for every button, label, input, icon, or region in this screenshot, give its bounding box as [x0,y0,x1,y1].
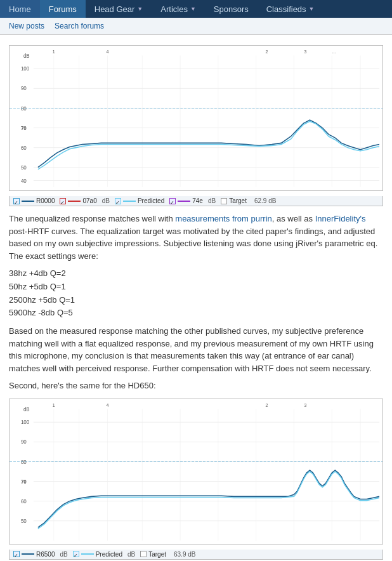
svg-text:3: 3 [304,50,306,55]
legend-check-74e[interactable] [169,198,176,204]
legend2-check-r6500[interactable] [13,551,20,557]
chart-1-legend: R0000 07a0 dB Predicted 74e dB Target 62… [9,196,383,206]
legend2-check-predicted[interactable] [73,551,79,557]
svg-text:4: 4 [106,50,108,55]
legend-label-r0000: R0000 [36,197,55,204]
legend2-db-1: dB [60,551,67,558]
svg-text:dB: dB [23,406,30,412]
svg-text:90: 90 [21,439,27,445]
legend-item-07a0[interactable]: 07a0 [60,197,96,204]
eq-setting-2: 50hz +5db Q=1 [9,280,383,294]
sub-navigation: New posts Search forums [0,18,392,35]
innerfidelity-link[interactable]: InnerFidelity's [315,214,366,223]
legend-db-value-1: 62.9 dB [254,197,276,204]
articles-caret-icon: ▼ [190,6,196,12]
legend2-check-target[interactable] [140,551,147,557]
svg-text:1: 1 [53,403,55,408]
nav-sponsors[interactable]: Sponsors [205,0,258,18]
legend2-item-target[interactable]: Target [140,551,166,558]
nav-classifieds[interactable]: Classifieds ▼ [258,0,323,18]
svg-text:70: 70 [21,478,27,484]
legend2-label-r6500: R6500 [36,551,55,558]
main-content: dB 100 90 80 70 60 50 40 [0,35,392,561]
legend-line-74e [178,201,190,202]
chart-1: dB 100 90 80 70 60 50 40 [9,45,383,191]
classifieds-caret-icon: ▼ [309,6,315,12]
nav-headgear[interactable]: Head Gear ▼ [86,0,152,18]
chart-2: dB 100 90 80 70 60 50 [9,399,383,544]
legend2-db-value: 63.9 dB [174,551,195,558]
legend2-item-predicted[interactable]: Predicted [73,551,122,558]
legend-label-predicted: Predicted [138,197,164,204]
legend-label-target: Target [229,197,247,204]
legend2-label-predicted: Predicted [96,551,122,558]
svg-text:100: 100 [21,419,30,425]
svg-text:100: 100 [21,66,30,72]
legend-item-74e[interactable]: 74e [169,197,203,204]
legend2-line-r6500 [22,553,34,555]
svg-text:4: 4 [106,403,108,408]
svg-text:dB: dB [23,53,30,59]
legend-db-2: dB [208,197,216,204]
chart-2-legend: R6500 dB Predicted dB Target 63.9 dB [9,550,383,560]
nav-forums[interactable]: Forums [40,0,86,18]
nav-articles[interactable]: Articles ▼ [152,0,205,18]
svg-text:2: 2 [266,50,268,55]
headgear-caret-icon: ▼ [137,6,143,12]
svg-text:3: 3 [304,403,306,408]
eq-settings-hd800: 38hz +4db Q=2 50hz +5db Q=1 2500hz +5db … [9,267,383,320]
search-forums-link[interactable]: Search forums [51,20,108,32]
svg-rect-0 [10,46,382,190]
eq-setting-3: 2500hz +5db Q=1 [9,294,383,307]
legend-line-predicted [123,201,136,202]
svg-text:1: 1 [53,50,55,55]
svg-text:...: ... [332,50,336,55]
post-text-1: The unequalized response matches well wi… [9,213,383,392]
svg-text:60: 60 [21,145,27,151]
svg-text:80: 80 [21,105,27,111]
svg-text:80: 80 [21,459,27,465]
legend2-item-r6500[interactable]: R6500 [13,551,55,558]
svg-rect-32 [10,399,382,544]
legend-check-target[interactable] [221,198,227,204]
new-posts-link[interactable]: New posts [5,20,48,32]
purrin-link[interactable]: measurements from purrin [175,214,271,223]
svg-text:70: 70 [21,126,27,131]
legend-check-predicted[interactable] [115,198,121,204]
legend-db-1: dB [102,197,110,204]
svg-text:40: 40 [21,178,27,183]
top-navigation: Home Forums Head Gear ▼ Articles ▼ Spons… [0,0,392,18]
legend-item-r0000[interactable]: R0000 [13,197,55,204]
legend-item-predicted[interactable]: Predicted [115,197,164,204]
legend-line-r0000 [22,201,34,202]
eq-setting-4: 5900hz -8db Q=5 [9,307,383,320]
nav-home[interactable]: Home [0,0,40,18]
svg-text:60: 60 [21,498,27,504]
svg-text:90: 90 [21,86,27,91]
legend-label-07a0: 07a0 [82,197,96,204]
legend2-db-2: dB [127,551,135,558]
svg-text:2: 2 [266,403,268,408]
legend-line-07a0 [68,201,81,202]
legend-label-74e: 74e [192,197,203,204]
legend2-label-target: Target [148,551,166,558]
svg-text:50: 50 [21,165,27,171]
legend-check-r0000[interactable] [13,198,20,204]
eq-setting-1: 38hz +4db Q=2 [9,267,383,280]
legend2-line-predicted [81,553,94,555]
legend-check-07a0[interactable] [60,198,66,204]
svg-text:50: 50 [21,518,27,524]
legend-item-target[interactable]: Target [221,197,247,204]
